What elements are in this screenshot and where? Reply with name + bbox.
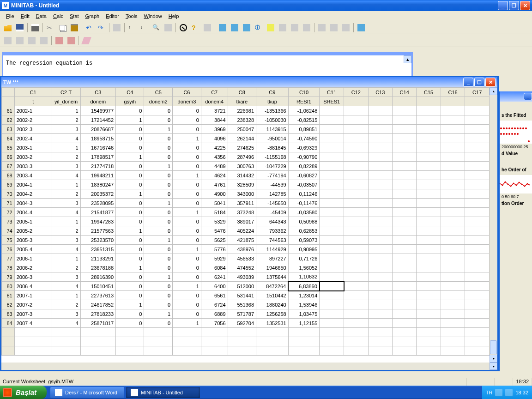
cell[interactable] xyxy=(441,217,465,226)
cell[interactable] xyxy=(344,254,368,263)
editor-button[interactable] xyxy=(111,23,122,33)
cell[interactable] xyxy=(320,180,344,189)
cell[interactable] xyxy=(173,346,201,356)
cell[interactable]: 300763 xyxy=(228,162,256,171)
cell[interactable] xyxy=(392,245,416,254)
cell[interactable]: 2005-1 xyxy=(14,217,52,226)
cell[interactable]: 456533 xyxy=(228,254,256,263)
ws-close-button[interactable]: ✕ xyxy=(485,78,496,87)
cell[interactable]: 1256258 xyxy=(256,309,289,319)
cell[interactable] xyxy=(441,125,465,134)
cell[interactable]: 2007-4 xyxy=(14,319,52,328)
table-row[interactable]: 752005-332532357001056254218757445630,59… xyxy=(2,236,490,245)
cell[interactable] xyxy=(368,254,392,263)
cell[interactable]: 328509 xyxy=(228,180,256,189)
cell[interactable]: 0 xyxy=(116,272,144,282)
cell[interactable] xyxy=(320,291,344,300)
cell[interactable]: 793362 xyxy=(256,226,289,236)
cell[interactable] xyxy=(417,328,441,337)
cell[interactable]: 23678188 xyxy=(80,263,115,272)
cell[interactable] xyxy=(344,263,368,272)
cell[interactable] xyxy=(417,337,441,346)
cell[interactable]: 1375644 xyxy=(256,272,289,282)
cell[interactable] xyxy=(417,236,441,245)
cell[interactable]: 2002-4 xyxy=(14,134,52,143)
cell[interactable]: 1,23014 xyxy=(288,291,320,300)
table-row[interactable]: 632002-33208766870103969250047-1143915-0… xyxy=(2,125,490,134)
cell[interactable] xyxy=(465,291,490,300)
print-button[interactable] xyxy=(30,23,41,33)
cell[interactable]: -0,69329 xyxy=(288,143,320,152)
table-row[interactable]: 742005-222157756310054764052247933620,62… xyxy=(2,226,490,236)
cell[interactable]: 0 xyxy=(144,300,173,309)
cell[interactable]: 0 xyxy=(173,236,201,245)
row-number[interactable]: 68 xyxy=(2,171,15,180)
cell[interactable] xyxy=(368,245,392,254)
cell[interactable]: 0 xyxy=(116,208,144,217)
cell[interactable]: -1,06248 xyxy=(288,106,320,115)
column-id[interactable]: C4 xyxy=(116,88,144,97)
column-name[interactable] xyxy=(392,97,416,106)
scroll-up-button[interactable]: ▴ xyxy=(404,55,411,63)
cell[interactable] xyxy=(392,125,416,134)
cell[interactable]: 17898517 xyxy=(80,152,115,162)
cell[interactable]: 0 xyxy=(144,254,173,263)
erase-button[interactable] xyxy=(81,36,92,46)
table-row[interactable]: 662003-22178985171004356287496-1155168-0… xyxy=(2,152,490,162)
cell[interactable]: 7056 xyxy=(201,319,228,328)
cell[interactable]: 0 xyxy=(173,199,201,208)
cell[interactable]: 0 xyxy=(173,291,201,300)
cell[interactable]: 1144929 xyxy=(256,245,289,254)
cell[interactable]: 0 xyxy=(144,208,173,217)
cell[interactable] xyxy=(465,125,490,134)
cell[interactable]: 1 xyxy=(173,171,201,180)
cell[interactable] xyxy=(417,319,441,328)
cell[interactable] xyxy=(368,189,392,199)
cell[interactable]: 1946650 xyxy=(256,263,289,272)
cell[interactable]: 0 xyxy=(173,300,201,309)
cell[interactable] xyxy=(320,282,344,291)
cell[interactable]: 2004-2 xyxy=(14,189,52,199)
cell[interactable]: 2006-4 xyxy=(14,282,52,291)
cell[interactable]: 25323570 xyxy=(80,236,115,245)
cancel-button[interactable] xyxy=(178,23,189,33)
cell[interactable] xyxy=(417,180,441,189)
cell[interactable]: 0 xyxy=(116,143,144,152)
cell[interactable]: 1,56052 xyxy=(288,263,320,272)
taskbar-item[interactable]: MINITAB - Untitled xyxy=(126,387,200,398)
table-row[interactable]: 682003-44199482110014624314432-774194-0,… xyxy=(2,171,490,180)
cell[interactable]: 5776 xyxy=(201,245,228,254)
cell[interactable]: 0 xyxy=(116,254,144,263)
cell[interactable]: 1,03475 xyxy=(288,309,320,319)
cell[interactable]: -1050030 xyxy=(256,115,289,125)
cell[interactable]: 551368 xyxy=(228,300,256,309)
cell[interactable] xyxy=(320,162,344,171)
toolbar-button[interactable] xyxy=(356,23,367,33)
table-row[interactable]: 782006-2223678188100608447455219466501,5… xyxy=(2,263,490,272)
cell[interactable] xyxy=(320,245,344,254)
cell[interactable] xyxy=(441,106,465,115)
cell[interactable]: -1143915 xyxy=(256,125,289,134)
cell[interactable] xyxy=(441,282,465,291)
cell[interactable] xyxy=(465,263,490,272)
cell[interactable]: 3844 xyxy=(201,115,228,125)
cell[interactable]: 0 xyxy=(144,245,173,254)
cell[interactable] xyxy=(368,162,392,171)
toolbar-button[interactable] xyxy=(229,23,240,33)
cell[interactable]: 0 xyxy=(144,171,173,180)
tray-icon[interactable] xyxy=(505,389,513,396)
cell[interactable]: 1,12155 xyxy=(288,319,320,328)
cell[interactable] xyxy=(441,245,465,254)
cell[interactable] xyxy=(392,328,416,337)
cell[interactable] xyxy=(320,254,344,263)
cell[interactable] xyxy=(392,337,416,346)
cell[interactable]: 22737613 xyxy=(80,291,115,300)
ws-maximize-button[interactable]: ☐ xyxy=(474,78,484,87)
cell[interactable] xyxy=(344,208,368,217)
cell[interactable]: 0 xyxy=(173,309,201,319)
cell[interactable]: 1 xyxy=(116,226,144,236)
column-name[interactable]: donem2 xyxy=(144,97,173,106)
column-id[interactable]: C10 xyxy=(288,88,320,97)
cell[interactable]: 4 xyxy=(52,208,80,217)
cell[interactable]: 2 xyxy=(52,300,80,309)
